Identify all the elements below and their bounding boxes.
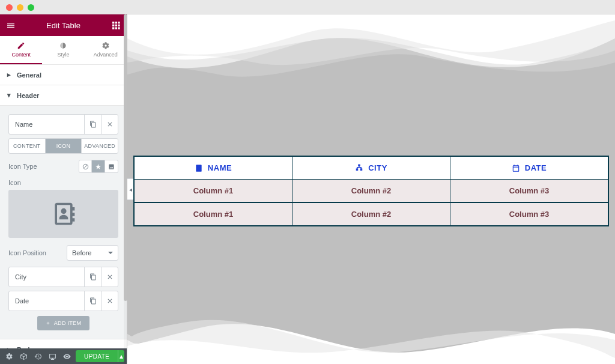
calendar-icon xyxy=(512,164,520,172)
table-cell[interactable]: Column #1 xyxy=(135,203,292,225)
icon-position-label: Icon Position xyxy=(8,249,46,256)
preview-table[interactable]: NAME CITY DATE Column #1 Column #2 Colum… xyxy=(133,156,609,226)
header-cell-city[interactable]: CITY xyxy=(292,157,450,179)
section-header-label: Header xyxy=(17,92,39,99)
section-general[interactable]: ▸ General xyxy=(0,65,127,85)
update-label: UPDATE xyxy=(76,353,118,360)
table-cell[interactable]: Column #3 xyxy=(450,203,608,225)
icon-type-none[interactable] xyxy=(79,160,92,173)
icon-position-control: Icon Position Before xyxy=(8,245,118,261)
preview-icon[interactable] xyxy=(60,348,73,364)
section-header-content: Name CONTENT ICON ADVANCED Icon Type xyxy=(0,106,127,339)
preview-area: ◂ NAME CITY DATE Column #1 Column #2 xyxy=(127,14,615,364)
remove-icon[interactable] xyxy=(101,291,118,311)
table-cell[interactable]: Column #3 xyxy=(450,180,608,202)
table-row: Column #1 Column #2 Column #3 xyxy=(135,202,608,225)
caret-right-icon: ▸ xyxy=(7,71,13,79)
repeater-item-name[interactable]: Name xyxy=(8,114,118,135)
item-inner-tabs: CONTENT ICON ADVANCED xyxy=(8,138,118,154)
svg-rect-7 xyxy=(115,27,117,29)
tab-style-label: Style xyxy=(57,52,69,58)
remove-icon[interactable] xyxy=(101,115,118,134)
svg-rect-5 xyxy=(118,25,120,26)
duplicate-icon[interactable] xyxy=(84,267,101,287)
duplicate-icon[interactable] xyxy=(84,115,101,134)
svg-rect-0 xyxy=(112,22,114,23)
repeater-item-label: Date xyxy=(9,297,84,305)
section-header[interactable]: ▾ Header xyxy=(0,85,127,106)
tab-style[interactable]: Style xyxy=(42,36,84,64)
sidebar-body: ▸ General ▾ Header Name CONTENT ICON ADV… xyxy=(0,65,127,348)
address-book-icon xyxy=(50,201,77,227)
close-window[interactable] xyxy=(6,4,13,11)
editor-sidebar: Edit Table Content Style Advanced ▸ Gen xyxy=(0,14,127,364)
repeater-item-date[interactable]: Date xyxy=(8,291,118,311)
icon-type-icon[interactable] xyxy=(92,160,105,173)
address-book-icon xyxy=(195,164,203,172)
table-cell[interactable]: Column #2 xyxy=(292,180,450,202)
svg-rect-2 xyxy=(118,22,120,23)
table-cell[interactable]: Column #2 xyxy=(292,203,450,225)
icon-type-control: Icon Type xyxy=(8,160,118,173)
minimize-window[interactable] xyxy=(17,4,23,11)
svg-rect-4 xyxy=(115,25,117,26)
repeater-item-label: Name xyxy=(9,121,84,128)
add-item-label: ADD ITEM xyxy=(54,320,81,326)
widgets-grid-icon[interactable] xyxy=(111,20,121,30)
repeater-item-city[interactable]: City xyxy=(8,267,118,287)
section-body[interactable]: ▸ Body xyxy=(0,339,127,348)
table-header-row: NAME CITY DATE xyxy=(135,157,608,179)
sitemap-icon xyxy=(355,164,363,172)
window-controls xyxy=(6,4,34,11)
icon-type-label: Icon Type xyxy=(8,163,37,170)
header-label: NAME xyxy=(208,163,232,172)
icon-type-buttons xyxy=(79,160,118,173)
icon-position-value: Before xyxy=(72,249,91,256)
header-cell-date[interactable]: DATE xyxy=(450,157,608,179)
svg-line-11 xyxy=(83,165,87,168)
inner-tab-content[interactable]: CONTENT xyxy=(9,139,45,153)
header-label: DATE xyxy=(525,163,547,172)
icon-label: Icon xyxy=(8,179,118,186)
inner-tab-icon[interactable]: ICON xyxy=(45,139,82,153)
header-label: CITY xyxy=(368,163,387,172)
menu-icon[interactable] xyxy=(6,20,16,30)
duplicate-icon[interactable] xyxy=(84,291,101,311)
table-cell[interactable]: Column #1 xyxy=(135,180,292,202)
svg-rect-8 xyxy=(118,27,120,29)
svg-rect-1 xyxy=(115,22,117,23)
sidebar-footer: UPDATE ▴ xyxy=(0,348,127,364)
panel-tabs: Content Style Advanced xyxy=(0,36,127,65)
svg-rect-3 xyxy=(112,25,114,26)
wave-decoration-top xyxy=(127,14,615,86)
window-titlebar xyxy=(0,0,615,14)
tab-advanced-label: Advanced xyxy=(94,52,118,58)
navigator-icon[interactable] xyxy=(17,348,30,364)
repeater-item-label: City xyxy=(9,273,84,281)
tab-content-label: Content xyxy=(11,52,31,58)
tab-content[interactable]: Content xyxy=(0,36,42,64)
plus-icon xyxy=(46,321,50,326)
responsive-icon[interactable] xyxy=(46,348,59,364)
section-general-label: General xyxy=(17,71,41,79)
update-button[interactable]: UPDATE ▴ xyxy=(76,350,124,362)
wave-decoration-bottom xyxy=(127,316,615,364)
caret-down-icon: ▾ xyxy=(7,91,13,99)
icon-type-image[interactable] xyxy=(105,160,118,173)
remove-icon[interactable] xyxy=(101,267,118,287)
tab-advanced[interactable]: Advanced xyxy=(85,36,127,64)
svg-rect-6 xyxy=(112,27,114,29)
icon-preview[interactable] xyxy=(8,190,118,238)
sidebar-header: Edit Table xyxy=(0,14,127,36)
maximize-window[interactable] xyxy=(28,4,34,11)
icon-position-select[interactable]: Before xyxy=(67,245,118,261)
table-row: Column #1 Column #2 Column #3 xyxy=(135,179,608,202)
sidebar-title: Edit Table xyxy=(16,21,111,30)
inner-tab-advanced[interactable]: ADVANCED xyxy=(81,139,118,153)
settings-icon[interactable] xyxy=(2,348,16,364)
header-cell-name[interactable]: NAME xyxy=(135,157,292,179)
history-icon[interactable] xyxy=(31,348,44,364)
add-item-button[interactable]: ADD ITEM xyxy=(37,316,89,330)
